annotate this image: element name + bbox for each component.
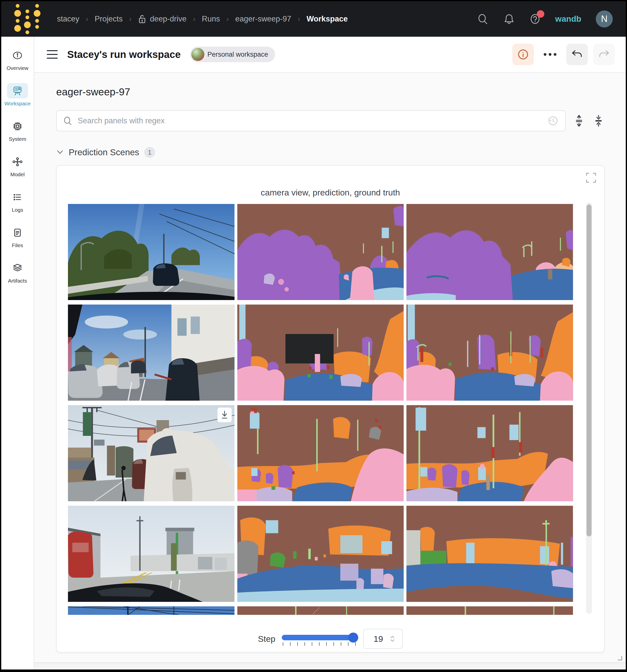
sidebar-item-logs[interactable]: Logs — [7, 190, 28, 213]
sidebar-item-label: System — [9, 136, 26, 142]
run-name-heading: eager-sweep-97 — [56, 86, 605, 98]
page-resize-handle[interactable] — [616, 654, 623, 661]
search-icon[interactable] — [478, 13, 489, 25]
prediction-scenes-panel: camera view, prediction, ground truth — [56, 165, 605, 652]
download-image-icon[interactable] — [217, 408, 232, 422]
app-window: stacey › Projects › deep-drive › Runs › … — [0, 0, 627, 672]
breadcrumb-projects[interactable]: Projects — [95, 15, 123, 23]
breadcrumb-separator: › — [193, 15, 195, 23]
section-title: Prediction Scenes — [69, 147, 139, 157]
notification-dot — [537, 10, 544, 18]
step-value-input[interactable] — [371, 634, 386, 644]
row2-camera-image[interactable] — [68, 305, 235, 401]
user-avatar[interactable]: N — [596, 10, 613, 27]
wandb-team-link[interactable]: wandb — [555, 14, 582, 24]
row5-prediction-image[interactable] — [237, 606, 404, 615]
lock-open-icon — [138, 14, 146, 24]
row2-prediction-image[interactable] — [237, 305, 404, 401]
workspace-icon — [7, 83, 28, 99]
step-number-box — [363, 629, 403, 649]
breadcrumb-separator: › — [298, 15, 300, 23]
row1-ground-truth-image[interactable] — [407, 204, 573, 300]
overview-icon — [7, 48, 28, 63]
panel-search-input[interactable] — [78, 116, 542, 125]
wandb-logo-icon[interactable] — [14, 4, 41, 34]
row3-camera-image[interactable] — [68, 405, 235, 501]
expand-panels-icon[interactable] — [573, 115, 585, 127]
info-button[interactable] — [512, 44, 534, 65]
step-slider-thumb[interactable] — [348, 632, 358, 643]
sidebar-item-label: Model — [10, 171, 24, 177]
help-icon[interactable] — [529, 13, 541, 25]
sidebar-item-label: Artifacts — [8, 278, 27, 284]
row5-camera-image[interactable] — [68, 606, 235, 615]
breadcrumb-separator: › — [129, 15, 132, 23]
breadcrumb-run[interactable]: eager-sweep-97 — [235, 15, 291, 23]
artifacts-icon — [7, 260, 28, 276]
step-spinner-icon[interactable] — [390, 635, 395, 643]
workspace-content: eager-sweep-97 Prediction Scenes 1 — [34, 73, 626, 663]
redo-button[interactable] — [593, 44, 615, 65]
section-chevron-icon[interactable] — [56, 149, 64, 155]
step-slider-ticks — [283, 642, 356, 646]
step-control: Step — [57, 629, 604, 649]
media-scrollbar-track[interactable] — [586, 202, 592, 614]
row3-ground-truth-image[interactable] — [407, 405, 573, 501]
row4-camera-image[interactable] — [68, 506, 235, 602]
breadcrumb-runs[interactable]: Runs — [202, 15, 220, 23]
undo-button[interactable] — [566, 44, 588, 65]
files-icon — [7, 225, 28, 240]
row4-prediction-image[interactable] — [237, 506, 404, 602]
row3-prediction-image[interactable] — [237, 405, 404, 501]
sidebar-item-label: Overview — [6, 65, 28, 71]
media-grid — [68, 204, 573, 615]
top-navbar: stacey › Projects › deep-drive › Runs › … — [1, 1, 626, 37]
run-sidebar: Overview Workspace System Model — [1, 37, 34, 670]
sidebar-item-overview[interactable]: Overview — [6, 48, 28, 71]
logs-icon — [7, 190, 28, 205]
row1-camera-image[interactable] — [68, 204, 235, 300]
media-panel-title: camera view, prediction, ground truth — [57, 188, 604, 197]
system-cpu-icon — [7, 119, 28, 134]
breadcrumb-workspace[interactable]: Workspace — [306, 15, 348, 23]
sidebar-item-system[interactable]: System — [7, 119, 28, 142]
owner-avatar — [191, 48, 204, 61]
workspace-badge-label: Personal workspace — [207, 51, 268, 58]
personal-workspace-badge[interactable]: Personal workspace — [190, 47, 275, 62]
model-graph-icon — [7, 154, 28, 169]
breadcrumb-entity[interactable]: stacey — [57, 15, 79, 23]
panel-search-box — [56, 110, 565, 131]
sidebar-item-model[interactable]: Model — [7, 154, 28, 177]
breadcrumb-project[interactable]: deep-drive — [150, 15, 186, 23]
sidebar-item-workspace[interactable]: Workspace — [4, 83, 31, 106]
search-history-icon[interactable] — [548, 115, 559, 126]
sidebar-item-artifacts[interactable]: Artifacts — [7, 260, 28, 284]
sidebar-item-label: Workspace — [4, 101, 31, 106]
sidebar-item-label: Logs — [12, 207, 23, 213]
section-prediction-scenes: Prediction Scenes 1 — [56, 147, 605, 158]
row4-ground-truth-image[interactable] — [407, 506, 573, 602]
row1-prediction-image[interactable] — [237, 204, 404, 300]
panel-count-badge: 1 — [144, 147, 155, 158]
breadcrumb: stacey › Projects › deep-drive › Runs › … — [57, 14, 348, 24]
media-scrollbar-thumb[interactable] — [586, 205, 591, 536]
breadcrumb-separator: › — [226, 15, 229, 23]
workspace-header: Stacey's run workspace Personal workspac… — [34, 37, 626, 73]
panels-menu-icon[interactable] — [47, 50, 58, 59]
breadcrumb-separator: › — [86, 15, 88, 23]
row2-ground-truth-image[interactable] — [407, 305, 573, 401]
row5-ground-truth-image[interactable] — [407, 606, 573, 615]
sidebar-item-label: Files — [12, 242, 23, 248]
more-options-button[interactable] — [539, 44, 561, 65]
footer-strip — [34, 663, 626, 670]
navbar-actions: wandb N — [478, 10, 613, 27]
workspace-title: Stacey's run workspace — [67, 49, 181, 60]
step-slider[interactable] — [282, 631, 357, 646]
bell-icon[interactable] — [503, 13, 515, 25]
fullscreen-icon[interactable] — [585, 172, 597, 183]
step-label: Step — [258, 634, 276, 644]
collapse-panels-icon[interactable] — [593, 115, 605, 127]
sidebar-item-files[interactable]: Files — [7, 225, 28, 248]
step-slider-track[interactable] — [282, 635, 357, 640]
